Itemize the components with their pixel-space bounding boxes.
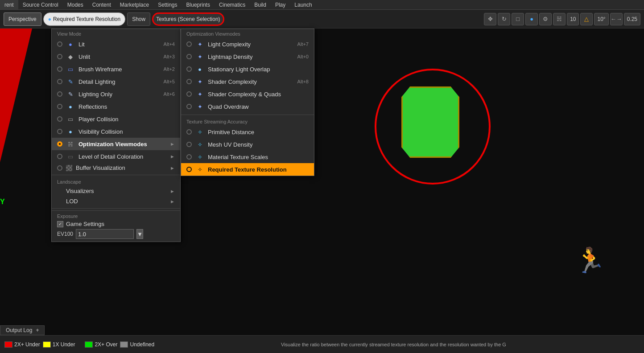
opt-lightmap-density[interactable]: ✦ Lightmap Density Alt+0 <box>181 50 314 63</box>
opt-required-texture[interactable]: ✧ Required Texture Resolution <box>181 163 314 176</box>
legend-2x-under: 2X+ Under <box>4 341 40 348</box>
buffer-icon <box>66 165 72 171</box>
optimization-label: Optimization Viewmodes <box>78 141 166 148</box>
view-mode-lighting-only[interactable]: ✎ Lighting Only Alt+6 <box>52 88 180 100</box>
menu-source-control[interactable]: Source Control <box>18 0 63 9</box>
scale-number[interactable]: 0.25 <box>624 13 640 25</box>
shader-quads-icon: ✦ <box>195 90 204 99</box>
player-collision-icon: ▭ <box>66 115 75 123</box>
menu-marketplace[interactable]: Marketplace <box>116 0 153 9</box>
brush-wireframe-label: Brush Wireframe <box>78 66 160 73</box>
menu-rent[interactable]: rent <box>0 0 18 9</box>
angle-number[interactable]: 10° <box>594 13 608 25</box>
quad-overdraw-label: Quad Overdraw <box>208 103 305 110</box>
status-bar: 2X+ Under 1X Under 2X+ Over Undefined Vi… <box>0 335 644 353</box>
primitive-distance-radio <box>186 129 192 135</box>
menu-play[interactable]: Play <box>271 0 290 9</box>
texture-resolution-button[interactable]: ● Required Texture Resolution <box>43 12 125 26</box>
player-collision-label: Player Collision <box>78 116 171 123</box>
menu-content[interactable]: Content <box>88 0 116 9</box>
shader-complexity-label: Shader Complexity <box>208 78 294 85</box>
divider-1 <box>52 175 180 175</box>
grid-number[interactable]: 10 <box>567 13 579 25</box>
required-texture-radio <box>186 167 192 172</box>
view-mode-visibility-collision[interactable]: ● Visibility Collision <box>52 125 180 138</box>
opt-material-texture[interactable]: ✧ Material Texture Scales <box>181 151 314 163</box>
optimization-icon: ☵ <box>66 140 75 148</box>
texture-resolution-label: Required Texture Resolution <box>53 16 120 22</box>
ev100-reset[interactable]: ▼ <box>136 229 143 239</box>
stationary-light-radio <box>186 66 192 72</box>
ev100-input[interactable]: 1.0 <box>76 229 134 239</box>
legend-color-2x-under <box>4 341 12 348</box>
landscape-visualizers[interactable]: Visualizers ► <box>52 186 180 196</box>
light-complexity-radio <box>186 41 192 47</box>
shader-complexity-radio <box>186 79 192 84</box>
player-collision-radio <box>57 116 62 122</box>
view-mode-player-collision[interactable]: ▭ Player Collision <box>52 113 180 125</box>
menu-launch[interactable]: Launch <box>290 0 316 9</box>
view-mode-buffer-visualization[interactable]: Buffer Visualization ► <box>52 163 180 173</box>
buffer-radio <box>57 165 62 171</box>
textures-scene-selection-button[interactable]: Textures (Scene Selection) <box>152 12 224 26</box>
menu-blueprints[interactable]: Blueprints <box>182 0 215 9</box>
green-figure: 🏃 <box>575 246 593 282</box>
rotate-icon[interactable]: ↻ <box>498 13 510 25</box>
view-mode-lod-coloration[interactable]: ▭ Level of Detail Coloration ► <box>52 150 180 163</box>
menu-cinematics[interactable]: Cinematics <box>215 0 250 9</box>
opt-quad-overdraw[interactable]: ✦ Quad Overdraw <box>181 100 314 113</box>
opt-shader-complexity[interactable]: ✦ Shader Complexity Alt+8 <box>181 75 314 88</box>
menu-build[interactable]: Build <box>250 0 271 9</box>
lightmap-density-icon: ✦ <box>195 52 204 61</box>
brush-wireframe-icon: ▭ <box>66 65 75 74</box>
perspective-button[interactable]: Perspective <box>4 12 41 26</box>
detail-lighting-shortcut: Alt+5 <box>164 79 175 84</box>
view-mode-brush-wireframe[interactable]: ▭ Brush Wireframe Alt+2 <box>52 63 180 75</box>
view-mode-reflections[interactable]: ● Reflections <box>52 100 180 113</box>
mesh-uv-radio <box>186 142 192 147</box>
settings-icon[interactable]: ⚙ <box>539 13 552 25</box>
grid-view-icon[interactable]: ☵ <box>553 13 566 25</box>
show-button[interactable]: Show <box>127 12 150 26</box>
reflections-icon: ● <box>66 102 75 111</box>
move-icon[interactable]: ✥ <box>484 13 496 25</box>
brush-wireframe-shortcut: Alt+2 <box>164 66 175 72</box>
green-mesh-object <box>401 86 459 158</box>
lit-shortcut: Alt+4 <box>164 41 175 47</box>
view-mode-unlit[interactable]: ◆ Unlit Alt+3 <box>52 50 180 63</box>
shader-complexity-icon: ✦ <box>195 77 204 86</box>
visibility-collision-radio <box>57 129 62 134</box>
opt-shader-complexity-quads[interactable]: ✦ Shader Complexity & Quads <box>181 88 314 100</box>
light-complexity-icon: ✦ <box>195 40 204 49</box>
lighting-only-label: Lighting Only <box>78 91 160 98</box>
snap-icon[interactable]: ←→ <box>610 13 623 25</box>
light-complexity-label: Light Complexity <box>208 41 294 48</box>
view-mode-detail-lighting[interactable]: ✎ Detail Lighting Alt+5 <box>52 75 180 88</box>
opt-light-complexity[interactable]: ✦ Light Complexity Alt+7 <box>181 38 314 50</box>
show-label: Show <box>132 16 145 22</box>
menu-modes[interactable]: Modes <box>63 0 88 9</box>
output-log[interactable]: Output Log + <box>0 325 45 335</box>
game-settings-checkbox[interactable]: ✓ <box>57 221 63 227</box>
landscape-lod[interactable]: LOD ► <box>52 196 180 206</box>
globe-icon: ● <box>48 16 51 22</box>
opt-stationary-light[interactable]: ● Stationary Light Overlap <box>181 63 314 75</box>
legend-label-undefined: Undefined <box>130 341 154 348</box>
material-texture-radio <box>186 154 192 160</box>
opt-mesh-uv-density[interactable]: ✧ Mesh UV Density <box>181 138 314 151</box>
view-mode-lit[interactable]: ● Lit Alt+4 <box>52 38 180 50</box>
output-log-expand[interactable]: + <box>36 327 39 333</box>
viewport-toolbar: Perspective ● Required Texture Resolutio… <box>0 10 644 29</box>
legend-label-1x-under: 1X Under <box>53 341 75 348</box>
tooltip-bar: Visualize the ratio between the currentl… <box>277 335 644 353</box>
view-mode-optimization[interactable]: ☵ Optimization Viewmodes ► <box>52 138 180 150</box>
warning-icon[interactable]: △ <box>580 13 593 25</box>
game-settings-row[interactable]: ✓ Game Settings <box>57 221 175 227</box>
maximize-icon[interactable]: □ <box>512 13 524 25</box>
opt-primitive-distance[interactable]: ✧ Primitive Distance <box>181 126 314 138</box>
ev100-value: 1.0 <box>78 231 86 238</box>
optimization-radio <box>57 141 62 147</box>
globe-view-icon[interactable]: ● <box>525 13 538 25</box>
menu-settings[interactable]: Settings <box>153 0 182 9</box>
lighting-only-radio <box>57 91 62 97</box>
